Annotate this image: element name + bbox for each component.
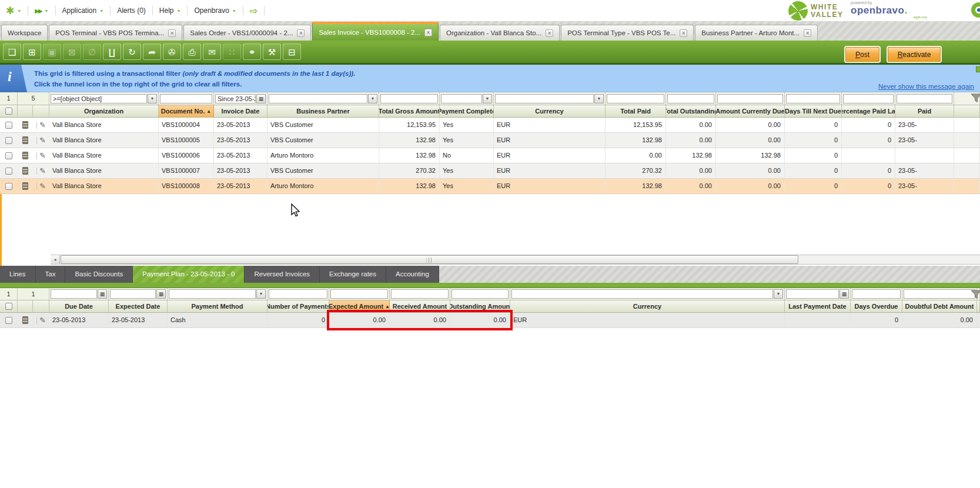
caret-down-icon[interactable]: ▼ <box>45 9 49 13</box>
header-cell-percentage_paid_late[interactable]: Percentage Paid Late <box>842 105 895 117</box>
print-button[interactable]: ⎙ <box>183 44 201 60</box>
header-cell-total_paid[interactable]: Total Paid <box>606 105 666 117</box>
filter-dropdown-icon[interactable]: ▼ <box>256 289 266 299</box>
horizontal-scrollbar[interactable]: ◂ <box>51 255 980 265</box>
filter-dropdown-icon[interactable]: ▼ <box>483 94 492 103</box>
child-tab[interactable]: Reversed Invoices <box>245 266 320 283</box>
filter-input-expected_date[interactable] <box>110 289 156 299</box>
caret-down-icon[interactable]: ▼ <box>17 9 21 13</box>
window-tab[interactable]: Organization - Vall Blanca Sto...× <box>440 25 560 41</box>
window-tab[interactable]: Sales Order - VBS1/0000094 - 2...× <box>183 25 311 41</box>
header-cell-expected_amount[interactable]: Expected Amount▲ <box>329 300 390 312</box>
table-row[interactable]: ✎Vall Blanca StoreVBS100000623-05-2013Ar… <box>0 148 980 163</box>
configuration-button[interactable]: ⚒ <box>263 44 281 60</box>
filter-calendar-icon[interactable]: ▦ <box>156 289 166 299</box>
document-icon[interactable] <box>22 182 28 190</box>
filter-input-payment_method[interactable] <box>169 289 256 299</box>
table-row[interactable]: ✎Vall Blanca StoreVBS100000423-05-2013VB… <box>0 118 980 133</box>
filter-input-percentage_paid_late[interactable] <box>843 94 894 103</box>
select-all-checkbox[interactable] <box>5 303 12 310</box>
new-document-button[interactable]: ❏ <box>3 44 21 60</box>
filter-input-paid[interactable] <box>897 94 952 103</box>
header-cell-payment_method[interactable]: Payment Method <box>168 300 267 312</box>
filter-funnel-icon[interactable] <box>971 93 980 103</box>
child-tab[interactable]: Accounting <box>386 266 439 283</box>
table-row[interactable]: ✎Vall Blanca StoreVBS100000823-05-2013Ar… <box>0 179 980 194</box>
header-cell-document_no[interactable]: Document No.▲ <box>159 105 214 117</box>
header-cell-received_amount[interactable]: Received Amount <box>390 300 450 312</box>
window-tab[interactable]: POS Terminal Type - VBS POS Te...× <box>561 25 694 41</box>
never-show-again-link[interactable]: Never show this message again <box>878 83 974 90</box>
select-all-checkbox[interactable] <box>5 108 12 115</box>
workspace-star-icon[interactable]: ✱ <box>6 5 14 17</box>
filter-input-expected_amount[interactable] <box>330 289 388 299</box>
filter-dropdown-icon[interactable]: ▼ <box>148 94 157 103</box>
header-cell-last_payment_date[interactable]: Last Payment Date <box>785 300 851 312</box>
header-cell-due_date[interactable]: Due Date <box>49 300 109 312</box>
row-checkbox[interactable] <box>5 152 12 159</box>
filter-input-number_of_payments[interactable] <box>269 289 327 299</box>
close-tab-icon[interactable]: × <box>680 29 687 37</box>
filter-input-doubtful_debt[interactable] <box>904 289 975 299</box>
table-row[interactable]: ✎23-05-201323-05-2013Cash00.000.000.00EU… <box>0 313 980 328</box>
email-button[interactable]: ✉ <box>203 44 221 60</box>
document-icon[interactable] <box>22 136 28 144</box>
logout-icon[interactable]: ⇨ <box>250 5 257 16</box>
menu-alerts[interactable]: Alerts (0) <box>117 6 146 15</box>
edit-pencil-icon[interactable]: ✎ <box>39 136 46 144</box>
edit-pencil-icon[interactable]: ✎ <box>39 152 46 159</box>
child-tab[interactable]: Lines <box>0 266 36 283</box>
export-button[interactable]: ➦ <box>143 44 161 60</box>
close-tab-icon[interactable]: × <box>804 29 811 37</box>
filter-input-total_gross[interactable] <box>380 94 438 103</box>
child-tab[interactable]: Tax <box>36 266 66 283</box>
window-tab[interactable]: Business Partner - Arturo Mont...× <box>695 25 818 41</box>
scroll-left-arrow-icon[interactable]: ◂ <box>51 255 60 264</box>
header-cell-payment_complete[interactable]: Payment Complete <box>440 105 494 117</box>
filter-dropdown-icon[interactable]: ▼ <box>774 289 783 299</box>
filter-input-business_partner[interactable] <box>269 94 367 103</box>
table-row[interactable]: ✎Vall Blanca StoreVBS100000523-05-2013VB… <box>0 133 980 148</box>
filter-input-total_paid[interactable] <box>607 94 664 103</box>
filter-input-due_date[interactable] <box>51 289 97 299</box>
edit-pencil-icon[interactable]: ✎ <box>39 167 46 175</box>
header-cell-paid[interactable]: Paid <box>895 105 954 117</box>
filter-input-payment_complete[interactable] <box>441 94 482 103</box>
row-checkbox[interactable] <box>5 137 12 144</box>
edit-pencil-icon[interactable]: ✎ <box>39 182 46 190</box>
child-tab[interactable]: Basic Discounts <box>65 266 133 283</box>
filter-input-days_overdue[interactable] <box>852 289 901 299</box>
table-row[interactable]: ✎Vall Blanca StoreVBS100000723-05-2013VB… <box>0 163 980 179</box>
scrollbar-thumb[interactable] <box>61 255 798 264</box>
header-cell-expected_date[interactable]: Expected Date <box>109 300 168 312</box>
child-tab[interactable]: Payment Plan - 23-05-2013 - 0 <box>133 266 245 283</box>
window-tab[interactable]: Sales Invoice - VBS1000008 - 2...× <box>312 22 439 41</box>
header-cell-days_till_next_due[interactable]: Days Till Next Due <box>785 105 842 117</box>
filter-input-outstanding_amount[interactable] <box>451 289 509 299</box>
filter-input-days_till_next_due[interactable] <box>786 94 840 103</box>
window-tab[interactable]: POS Terminal - VBS POS Termina...× <box>49 25 182 41</box>
child-tab[interactable]: Exchange rates <box>320 266 386 283</box>
document-icon[interactable] <box>22 152 28 159</box>
delete-button[interactable]: ∐ <box>103 44 121 60</box>
row-checkbox[interactable] <box>5 168 12 175</box>
filter-input-currency[interactable] <box>495 94 594 103</box>
document-icon[interactable] <box>22 316 28 324</box>
filter-dropdown-icon[interactable]: ▼ <box>368 94 377 103</box>
new-row-button[interactable]: ⊞ <box>23 44 41 60</box>
post-button[interactable]: Post <box>845 47 879 62</box>
edit-pencil-icon[interactable]: ✎ <box>39 316 46 324</box>
header-cell-currency[interactable]: Currency <box>510 300 785 312</box>
window-tab[interactable]: Workspace <box>1 25 48 41</box>
filter-input-total_outstanding[interactable] <box>667 94 714 103</box>
filter-input-currency[interactable] <box>511 289 773 299</box>
filter-calendar-icon[interactable]: ▦ <box>256 94 266 103</box>
filter-dropdown-icon[interactable]: ▼ <box>594 94 604 103</box>
skip-forward-icon[interactable]: ▶▶ <box>35 8 41 14</box>
header-cell-outstanding_amount[interactable]: Outstanding Amount <box>450 300 510 312</box>
header-cell-number_of_payments[interactable]: Number of Payments <box>267 300 329 312</box>
header-cell-invoice_date[interactable]: Invoice Date <box>214 105 267 117</box>
header-cell-currency[interactable]: Currency <box>494 105 606 117</box>
close-tab-icon[interactable]: × <box>424 29 432 36</box>
header-cell-days_overdue[interactable]: Days Overdue <box>851 300 902 312</box>
